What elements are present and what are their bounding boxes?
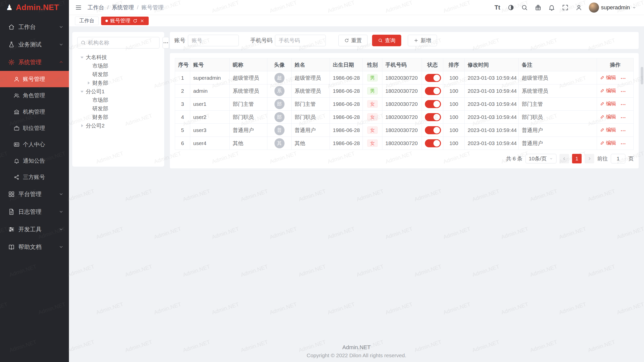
more-actions-icon[interactable] <box>620 102 626 108</box>
tree-node[interactable]: 研发部 <box>77 70 159 79</box>
tree-expand-icon[interactable] <box>86 80 91 86</box>
user-menu[interactable]: superadmin <box>589 3 636 13</box>
reset-button[interactable]: 重置 <box>338 35 368 46</box>
status-toggle[interactable] <box>425 87 441 95</box>
topbar-actions: Tt superadmin <box>494 3 636 13</box>
goto-page-input[interactable] <box>611 154 625 163</box>
file-icon <box>8 208 15 215</box>
scrollbar-thumb[interactable] <box>641 67 643 84</box>
more-actions-icon[interactable] <box>620 128 626 134</box>
sidebar-item-workbench[interactable]: 工作台 <box>0 18 69 36</box>
sidebar-item-notice-announcement[interactable]: 通知公告 <box>0 153 69 169</box>
sidebar-item-help-docs[interactable]: 帮助文档 <box>0 238 69 256</box>
next-page-button[interactable] <box>585 154 594 163</box>
hamburger-menu-icon[interactable] <box>75 4 82 11</box>
pagination: 共 6 条 10条/页 1 前往 页 <box>175 154 634 163</box>
chevron-down-icon <box>58 24 64 30</box>
tree-node[interactable]: 研发部 <box>77 104 159 113</box>
tree-node[interactable]: 分公司1 <box>77 87 159 96</box>
status-toggle[interactable] <box>425 74 441 82</box>
cell-name: 部门职员 <box>292 111 330 124</box>
status-toggle[interactable] <box>425 139 441 147</box>
status-toggle[interactable] <box>425 113 441 121</box>
sidebar-item-business-test[interactable]: 业务测试 <box>0 36 69 53</box>
cell-avatar: 部 <box>267 111 292 124</box>
cell-gender: 男 <box>363 84 382 98</box>
edit-button[interactable]: 编辑 <box>600 100 616 107</box>
phone-filter-input[interactable] <box>275 35 326 46</box>
prev-page-button[interactable] <box>559 154 569 163</box>
theme-icon[interactable] <box>507 4 514 11</box>
edit-button[interactable]: 编辑 <box>600 140 616 146</box>
topbar: 工作台 / 系统管理 / 账号管理 Tt superadmin <box>69 0 644 15</box>
org-more-button[interactable] <box>163 37 169 49</box>
close-icon[interactable] <box>140 19 144 23</box>
cell-index: 3 <box>175 98 190 111</box>
cell-status <box>422 124 443 137</box>
sidebar-item-third-party-account[interactable]: 三方账号 <box>0 169 69 185</box>
font-size-icon[interactable]: Tt <box>494 4 501 11</box>
tree-node[interactable]: 市场部 <box>77 62 159 70</box>
breadcrumb-item-system-management[interactable]: 系统管理 <box>112 4 134 11</box>
cell-gender: 女 <box>363 98 382 111</box>
status-toggle[interactable] <box>425 126 441 134</box>
gift-icon[interactable] <box>535 4 542 11</box>
add-button[interactable]: 新增 <box>408 35 437 46</box>
sidebar-item-role-management[interactable]: 角色管理 <box>0 87 69 104</box>
refresh-icon[interactable] <box>133 18 138 23</box>
accounts-table: 序号 账号 昵称 头像 姓名 出生日期 性别 手机号码 状态 排序 修改时间 备… <box>175 58 634 150</box>
tab-account-management[interactable]: 账号管理 <box>101 17 149 25</box>
breadcrumb-item-workbench[interactable]: 工作台 <box>88 4 104 11</box>
edit-button[interactable]: 编辑 <box>600 113 616 120</box>
person-icon[interactable] <box>575 4 582 11</box>
tree-node[interactable]: 分公司2 <box>77 121 159 130</box>
toggle-knob <box>433 101 440 107</box>
cell-nickname: 部门职员 <box>230 111 267 124</box>
main-area: 工作台 / 系统管理 / 账号管理 Tt superadmin 工作台 <box>69 0 644 362</box>
org-search-input[interactable] <box>88 40 156 46</box>
edit-button[interactable]: 编辑 <box>600 126 616 133</box>
sidebar-item-dev-tools[interactable]: 开发工具 <box>0 220 69 238</box>
cell-gender: 男 <box>363 71 382 84</box>
tree-expand-icon[interactable] <box>79 123 85 128</box>
tree-node[interactable]: 财务部 <box>77 113 159 121</box>
sidebar-item-position-management[interactable]: 职位管理 <box>0 120 69 136</box>
account-filter-input[interactable] <box>188 35 239 46</box>
more-actions-icon[interactable] <box>620 141 626 147</box>
cell-phone: 18020030720 <box>382 84 422 98</box>
more-actions-icon[interactable] <box>620 115 626 121</box>
sidebar-item-log-management[interactable]: 日志管理 <box>0 203 69 220</box>
username: superadmin <box>601 4 630 11</box>
notification-bell-icon[interactable] <box>548 4 555 11</box>
sidebar-item-label: 机构管理 <box>23 108 64 116</box>
fullscreen-icon[interactable] <box>562 4 569 11</box>
tree-caret-placeholder <box>86 97 91 103</box>
more-actions-icon[interactable] <box>620 75 626 81</box>
edit-button[interactable]: 编辑 <box>600 74 616 81</box>
sidebar-item-platform-management[interactable]: 平台管理 <box>0 185 69 203</box>
sidebar-item-system-management[interactable]: 系统管理 <box>0 53 69 71</box>
tree-node[interactable]: 财务部 <box>77 79 159 87</box>
tab-workbench[interactable]: 工作台 <box>75 17 99 25</box>
cell-status <box>422 98 443 111</box>
sidebar-item-org-management[interactable]: 机构管理 <box>0 104 69 120</box>
tree-expand-icon[interactable] <box>79 89 85 94</box>
breadcrumb: 工作台 / 系统管理 / 账号管理 <box>88 4 164 11</box>
app-logo[interactable]: ♟ Admin.NET <box>0 0 69 15</box>
tree-caret-placeholder <box>86 72 91 77</box>
query-button[interactable]: 查询 <box>372 35 401 46</box>
sidebar-item-account-management[interactable]: 账号管理 <box>0 71 69 87</box>
page-1-button[interactable]: 1 <box>572 154 582 163</box>
sidebar-item-personal-center[interactable]: 个人中心 <box>0 136 69 153</box>
search-icon[interactable] <box>521 4 528 11</box>
page-size-select[interactable]: 10条/页 <box>526 154 556 163</box>
cell-order: 100 <box>443 71 465 84</box>
plus-icon <box>414 38 419 43</box>
more-actions-icon[interactable] <box>620 88 626 95</box>
tree-node[interactable]: 市场部 <box>77 96 159 104</box>
status-toggle[interactable] <box>425 100 441 108</box>
edit-button[interactable]: 编辑 <box>600 87 616 94</box>
cell-gender: 女 <box>363 111 382 124</box>
tree-expand-icon[interactable] <box>79 55 85 60</box>
tree-node[interactable]: 大名科技 <box>77 53 159 62</box>
